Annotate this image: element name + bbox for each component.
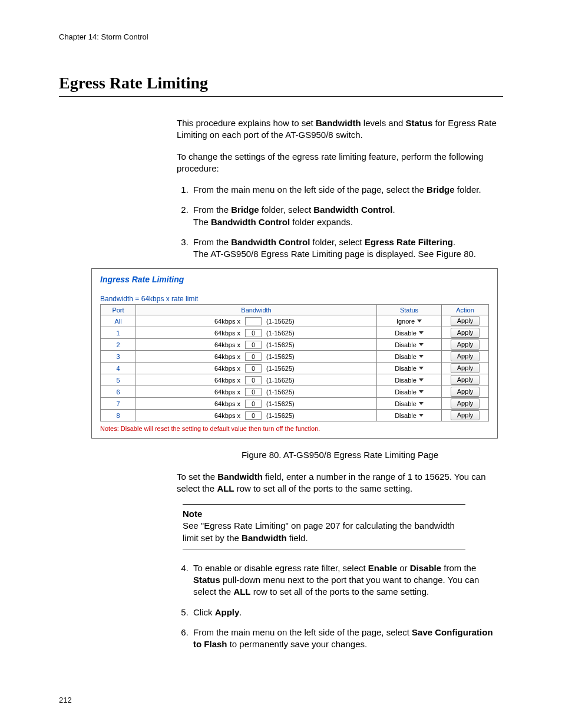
steps-list-top: From the main menu on the left side of t… — [177, 184, 503, 260]
bandwidth-prefix: 64kbps x — [205, 388, 240, 396]
intro-p2: To change the settings of the egress rat… — [177, 151, 503, 175]
port-cell: 5 — [101, 374, 136, 386]
bandwidth-range: (1-15625) — [266, 353, 308, 360]
bandwidth-range: (1-15625) — [266, 341, 308, 348]
action-cell: Apply — [442, 351, 489, 363]
bandwidth-cell: 64kbps x0(1-15625) — [136, 386, 377, 398]
figure-caption: Figure 80. AT-GS950/8 Egress Rate Limiti… — [177, 449, 503, 461]
bandwidth-prefix: 64kbps x — [205, 412, 240, 419]
step-1: From the main menu on the left side of t… — [191, 184, 503, 196]
th-bandwidth: Bandwidth — [136, 305, 377, 315]
status-dropdown[interactable]: Disable — [395, 377, 424, 384]
bandwidth-prefix: 64kbps x — [205, 365, 240, 372]
port-cell: 2 — [101, 339, 136, 351]
apply-button[interactable]: Apply — [451, 328, 480, 338]
intro-p1: This procedure explains how to set Bandw… — [177, 117, 503, 141]
status-dropdown[interactable]: Disable — [395, 412, 424, 419]
apply-button[interactable]: Apply — [451, 375, 480, 385]
apply-button[interactable]: Apply — [451, 351, 480, 361]
status-dropdown[interactable]: Disable — [395, 400, 424, 407]
bandwidth-cell: 64kbps x0(1-15625) — [136, 363, 377, 374]
bandwidth-range: (1-15625) — [266, 388, 308, 396]
table-row: All64kbps x(1-15625)IgnoreApply — [101, 315, 489, 327]
bandwidth-input[interactable] — [245, 317, 262, 325]
table-row: 164kbps x0(1-15625)DisableApply — [101, 327, 489, 339]
port-cell: 1 — [101, 327, 136, 339]
bandwidth-range: (1-15625) — [266, 377, 308, 384]
note-box: Note See "Egress Rate Limiting" on page … — [183, 504, 465, 549]
body-column: This procedure explains how to set Bandw… — [177, 117, 503, 260]
figure-formula: Bandwidth = 64kbps x rate limit — [100, 295, 489, 303]
apply-button[interactable]: Apply — [451, 340, 480, 350]
chevron-down-icon — [419, 378, 424, 381]
bandwidth-input[interactable]: 0 — [245, 353, 262, 361]
chevron-down-icon — [419, 402, 424, 405]
bandwidth-prefix: 64kbps x — [205, 353, 240, 360]
status-cell: Disable — [377, 398, 442, 410]
port-cell: 6 — [101, 386, 136, 398]
note-label: Note — [183, 508, 465, 520]
bandwidth-cell: 64kbps x(1-15625) — [136, 315, 377, 327]
bandwidth-input[interactable]: 0 — [245, 341, 262, 349]
figure-footnote: Notes: Disable will reset the setting to… — [100, 425, 489, 432]
bandwidth-input[interactable]: 0 — [245, 329, 262, 337]
bandwidth-range: (1-15625) — [266, 365, 308, 372]
bandwidth-input[interactable]: 0 — [245, 411, 262, 420]
steps-list-bottom: To enable or disable egress rate filter,… — [177, 562, 503, 651]
table-row: 864kbps x0(1-15625)DisableApply — [101, 410, 489, 421]
chevron-down-icon — [419, 331, 424, 334]
after-figure-paragraph: To set the Bandwidth field, enter a numb… — [177, 471, 503, 495]
action-cell: Apply — [442, 315, 489, 327]
bandwidth-cell: 64kbps x0(1-15625) — [136, 410, 377, 421]
step-2: From the Bridge folder, select Bandwidth… — [191, 204, 503, 228]
bandwidth-range: (1-15625) — [266, 400, 308, 407]
chevron-down-icon — [417, 319, 422, 322]
table-row: 664kbps x0(1-15625)DisableApply — [101, 386, 489, 398]
apply-button[interactable]: Apply — [451, 398, 480, 409]
bandwidth-input[interactable]: 0 — [245, 376, 262, 384]
bandwidth-input[interactable]: 0 — [245, 388, 262, 396]
bandwidth-input[interactable]: 0 — [245, 364, 262, 373]
apply-button[interactable]: Apply — [451, 316, 480, 326]
bandwidth-prefix: 64kbps x — [205, 318, 240, 325]
table-row: 764kbps x0(1-15625)DisableApply — [101, 398, 489, 410]
bandwidth-prefix: 64kbps x — [205, 341, 240, 348]
bandwidth-prefix: 64kbps x — [205, 400, 240, 407]
note-text: See "Egress Rate Limiting" on page 207 f… — [183, 520, 465, 544]
body-column-lower: Figure 80. AT-GS950/8 Egress Rate Limiti… — [177, 449, 503, 650]
apply-button[interactable]: Apply — [451, 363, 480, 373]
chevron-down-icon — [419, 343, 424, 346]
status-dropdown[interactable]: Disable — [395, 365, 424, 372]
bandwidth-prefix: 64kbps x — [205, 330, 240, 337]
status-dropdown[interactable]: Disable — [395, 330, 424, 337]
status-cell: Disable — [377, 386, 442, 398]
th-action: Action — [442, 305, 489, 315]
th-port: Port — [101, 305, 136, 315]
bandwidth-cell: 64kbps x0(1-15625) — [136, 327, 377, 339]
status-cell: Disable — [377, 410, 442, 421]
chevron-down-icon — [419, 390, 424, 393]
figure-title: Ingress Rate Limiting — [100, 275, 489, 284]
chevron-down-icon — [419, 355, 424, 358]
port-cell: 4 — [101, 363, 136, 374]
port-cell: All — [101, 315, 136, 327]
apply-button[interactable]: Apply — [451, 410, 480, 420]
bandwidth-input[interactable]: 0 — [245, 400, 262, 408]
status-cell: Disable — [377, 363, 442, 374]
status-dropdown[interactable]: Disable — [395, 388, 424, 396]
bandwidth-cell: 64kbps x0(1-15625) — [136, 351, 377, 363]
status-dropdown[interactable]: Disable — [395, 341, 424, 348]
status-cell: Disable — [377, 351, 442, 363]
apply-button[interactable]: Apply — [451, 387, 480, 397]
step-5: Click Apply. — [191, 607, 503, 618]
status-dropdown[interactable]: Disable — [395, 353, 424, 360]
port-cell: 7 — [101, 398, 136, 410]
bandwidth-cell: 64kbps x0(1-15625) — [136, 339, 377, 351]
action-cell: Apply — [442, 386, 489, 398]
status-cell: Disable — [377, 374, 442, 386]
port-cell: 3 — [101, 351, 136, 363]
action-cell: Apply — [442, 327, 489, 339]
status-dropdown[interactable]: Ignore — [396, 318, 422, 325]
chevron-down-icon — [419, 367, 424, 370]
action-cell: Apply — [442, 410, 489, 421]
